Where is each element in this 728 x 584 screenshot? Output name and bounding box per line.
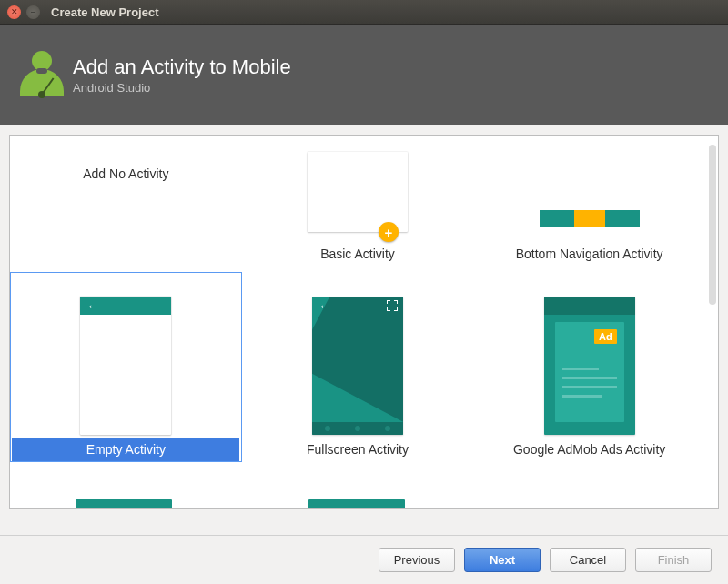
scrollbar-thumb[interactable]	[709, 145, 716, 305]
activity-label: Basic Activity	[244, 243, 471, 267]
activity-option-bottom-navigation[interactable]: Bottom Navigation Activity	[473, 136, 705, 272]
back-arrow-icon: ←	[318, 299, 330, 313]
empty-activity-preview: ←	[80, 297, 171, 435]
activity-option-basic[interactable]: Basic Activity	[242, 136, 474, 272]
activity-label: Google AdMob Ads Activity	[476, 438, 703, 462]
window-titlebar: ✕ – Create New Project	[0, 0, 728, 25]
finish-button: Finish	[635, 548, 712, 572]
next-button[interactable]: Next	[464, 548, 541, 572]
page-title: Add an Activity to Mobile	[73, 55, 291, 79]
activity-label: Empty Activity	[12, 438, 239, 462]
cancel-button[interactable]: Cancel	[550, 548, 626, 572]
fullscreen-activity-preview: ←	[312, 297, 403, 435]
activity-label: Bottom Navigation Activity	[476, 243, 703, 267]
wizard-footer: Previous Next Cancel Finish	[0, 535, 728, 584]
activity-gallery-panel: Add No Activity Basic Activity Bottom Na…	[9, 135, 719, 509]
page-subtitle: Android Studio	[73, 81, 291, 95]
fullscreen-icon	[387, 300, 398, 311]
back-arrow-icon: ←	[86, 299, 98, 313]
activity-option-empty[interactable]: ← Empty Activity	[10, 272, 242, 462]
android-studio-logo-icon	[20, 53, 64, 96]
ad-badge: Ad	[594, 329, 617, 344]
window-minimize-button[interactable]: –	[26, 5, 40, 19]
window-title: Create New Project	[51, 5, 159, 19]
activity-label: Fullscreen Activity	[244, 438, 471, 462]
activity-option-fullscreen[interactable]: ← Fullscreen Activity	[242, 272, 474, 462]
activity-option-peek[interactable]	[308, 499, 405, 508]
activity-option-add-no-activity[interactable]: Add No Activity	[10, 136, 242, 272]
activity-option-peek[interactable]	[76, 499, 172, 508]
wizard-header: Add an Activity to Mobile Android Studio	[0, 25, 728, 125]
previous-button[interactable]: Previous	[379, 548, 455, 572]
bottom-navigation-preview	[540, 210, 640, 227]
window-close-button[interactable]: ✕	[7, 5, 21, 19]
activity-label: Add No Activity	[12, 163, 239, 186]
basic-activity-preview	[308, 152, 408, 232]
activity-option-admob[interactable]: Ad Google AdMob Ads Activity	[473, 272, 705, 462]
fab-plus-icon	[379, 222, 399, 242]
admob-activity-preview: Ad	[544, 297, 635, 435]
